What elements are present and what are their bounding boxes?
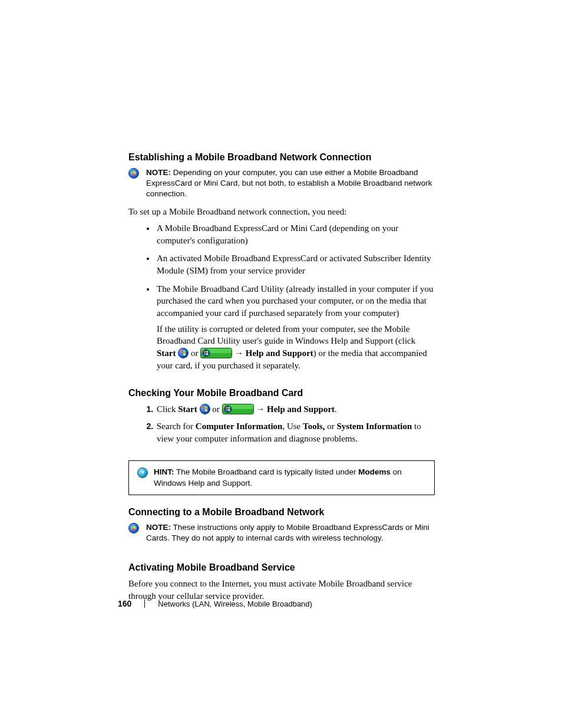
note-label: NOTE: <box>146 168 171 177</box>
text-click: Click <box>157 404 176 414</box>
text-or: or <box>191 348 199 358</box>
svg-rect-8 <box>204 351 206 353</box>
svg-point-12 <box>200 404 210 414</box>
note-establishing: NOTE: Depending on your computer, you ca… <box>128 167 435 200</box>
list-item-text: The Mobile Broadband Card Utility (alrea… <box>157 284 433 318</box>
page-footer: 160 Networks (LAN, Wireless, Mobile Broa… <box>118 599 312 608</box>
footer-divider <box>144 599 145 608</box>
svg-rect-13 <box>202 407 204 409</box>
list-item: An activated Mobile Broadband ExpressCar… <box>156 252 435 276</box>
svg-rect-15 <box>202 410 204 412</box>
note-icon <box>128 523 139 533</box>
note-text: NOTE: These instructions only apply to M… <box>146 522 435 543</box>
heading-activating: Activating Mobile Broadband Service <box>128 562 435 573</box>
tools-label: Tools, <box>303 421 325 431</box>
svg-rect-1 <box>181 351 183 353</box>
svg-rect-21 <box>228 407 230 409</box>
start-label: Start <box>178 404 197 414</box>
modems-label: Modems <box>358 467 391 476</box>
help-support-label: Help and Support <box>267 404 335 414</box>
note-body: These instructions only apply to Mobile … <box>146 523 429 542</box>
text-fragment: or <box>325 421 336 431</box>
note-text: NOTE: Depending on your computer, you ca… <box>146 167 435 200</box>
svg-rect-3 <box>181 353 183 355</box>
note-icon <box>128 168 139 179</box>
list-item: The Mobile Broadband Card Utility (alrea… <box>156 283 435 372</box>
arrow-icon: → <box>234 348 243 358</box>
start-orb-icon <box>200 404 210 414</box>
list-item-text: A Mobile Broadband ExpressCard or Mini C… <box>157 223 398 245</box>
list-item-subtext: If the utility is corrupted or deleted f… <box>157 323 435 372</box>
list-item-text: An activated Mobile Broadband ExpressCar… <box>157 253 431 275</box>
svg-rect-14 <box>205 407 207 409</box>
hint-box: HINT: The Mobile Broadband card is typic… <box>128 460 435 495</box>
step-item: Click Start or <box>156 403 435 416</box>
start-label: Start <box>157 348 176 358</box>
page-number: 160 <box>118 599 131 608</box>
text-fragment: If the utility is corrupted or deleted f… <box>157 324 415 346</box>
system-information-label: System Information <box>336 421 412 431</box>
svg-point-0 <box>178 348 189 358</box>
note-label: NOTE: <box>146 523 171 532</box>
activating-paragraph: Before you connect to the Internet, you … <box>128 578 435 602</box>
vista-start-button-icon <box>200 348 232 358</box>
hint-icon <box>137 467 148 478</box>
hint-label: HINT: <box>154 467 174 476</box>
svg-rect-22 <box>226 409 228 411</box>
chapter-title: Networks (LAN, Wireless, Mobile Broadban… <box>158 599 312 608</box>
arrow-icon: → <box>256 404 265 414</box>
heading-connecting: Connecting to a Mobile Broadband Network <box>128 507 435 518</box>
svg-rect-10 <box>204 353 206 355</box>
svg-rect-20 <box>226 407 228 409</box>
requirements-list: A Mobile Broadband ExpressCard or Mini C… <box>128 222 435 372</box>
vista-start-button-icon <box>222 404 254 414</box>
svg-rect-9 <box>206 351 209 353</box>
svg-rect-23 <box>228 409 230 411</box>
note-body: Depending on your computer, you can use … <box>146 168 432 198</box>
start-orb-icon <box>178 348 189 358</box>
help-support-label: Help and Support <box>246 348 313 358</box>
heading-checking: Checking Your Mobile Broadband Card <box>128 388 435 398</box>
text-or: or <box>212 404 220 414</box>
svg-rect-4 <box>183 353 186 355</box>
heading-establishing: Establishing a Mobile Broadband Network … <box>128 152 435 163</box>
text-fragment: Search for <box>157 421 196 431</box>
intro-paragraph: To set up a Mobile Broadband network con… <box>128 206 435 218</box>
svg-rect-11 <box>206 353 209 355</box>
page-content: Establishing a Mobile Broadband Network … <box>128 152 435 607</box>
text-period: . <box>335 404 337 414</box>
note-connecting: NOTE: These instructions only apply to M… <box>128 522 435 543</box>
steps-checking: Click Start or <box>128 403 435 445</box>
step-item: Search for Computer Information, Use Too… <box>156 420 435 445</box>
computer-information-label: Computer Information <box>196 421 283 431</box>
text-fragment: , Use <box>282 421 303 431</box>
text-fragment: The Mobile Broadband card is typically l… <box>174 467 359 476</box>
list-item: A Mobile Broadband ExpressCard or Mini C… <box>156 222 435 246</box>
hint-text: HINT: The Mobile Broadband card is typic… <box>154 467 426 488</box>
svg-rect-16 <box>205 410 207 412</box>
svg-rect-2 <box>183 351 186 353</box>
